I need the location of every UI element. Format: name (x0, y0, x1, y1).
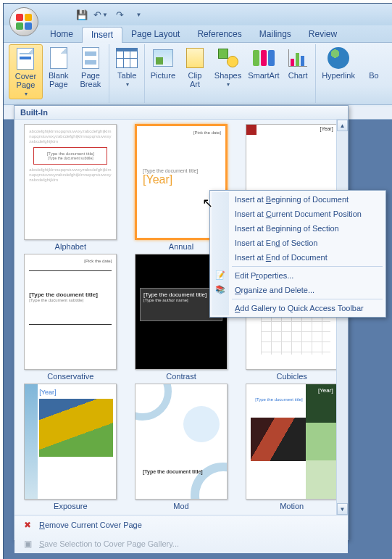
chart-button[interactable]: Chart (283, 44, 313, 81)
thumb-title-box: [Type the document title] [Type the docu… (33, 147, 107, 165)
hyperlink-button[interactable]: Hyperlink (318, 44, 359, 81)
thumb-label: Contrast (166, 372, 196, 381)
tab-review[interactable]: Review (300, 27, 346, 42)
thumb-title: [Type the document title] (255, 397, 302, 402)
thumb-date: [Pick the date] (29, 259, 112, 263)
remove-icon: ✖ (22, 519, 33, 531)
thumb-label: Alphabet (55, 242, 86, 251)
thumb-image-placeholder (39, 399, 113, 457)
chevron-down-icon: ▾ (25, 91, 28, 97)
ribbon-group-links: Hyperlink Bo (316, 44, 391, 103)
clip-art-button[interactable]: Clip Art (179, 44, 212, 90)
chevron-down-icon: ▾ (227, 81, 230, 88)
thumb-title-band: [Type the document title] [Year] (143, 168, 220, 186)
gallery-item-motion[interactable]: [Year] [Type the document title] Motion (238, 384, 345, 510)
thumb-title: [Type the document title] (29, 291, 112, 298)
thumb-label: Exposure (54, 502, 87, 510)
tab-insert[interactable]: Insert (82, 27, 122, 43)
properties-icon: 📝 (215, 270, 227, 282)
blank-page-button[interactable]: Blank Page (43, 44, 75, 90)
thumb-label: Mod (173, 502, 188, 510)
save-icon: ▣ (22, 538, 33, 550)
shapes-button[interactable]: Shapes▾ (211, 44, 244, 89)
circle-icon (191, 463, 228, 500)
thumb-title: [Type the document title] (143, 469, 203, 474)
button-label: Blank Page (46, 71, 71, 88)
ribbon: Cover Page▾ Blank Page Page Break Table▾… (4, 43, 392, 105)
ribbon-group-pages: Cover Page▾ Blank Page Page Break (7, 44, 109, 103)
redo-icon: ↷ (116, 9, 124, 20)
button-label: Bo (369, 71, 378, 80)
redo-button[interactable]: ↷ (112, 7, 127, 22)
thumb-image-placeholder (251, 418, 306, 461)
chevron-down-icon: ▼ (102, 12, 108, 18)
table-icon (116, 48, 138, 68)
gallery-item-alphabet[interactable]: abcdefghijklmnopqrstuvwxyzabcdefghijklmn… (17, 124, 124, 251)
undo-button[interactable]: ↶▼ (93, 7, 108, 22)
qat-customize-button[interactable]: ▼ (131, 7, 146, 22)
ctx-edit-properties[interactable]: 📝 Edit Properties... (212, 268, 384, 283)
scroll-down-button[interactable]: ▼ (337, 503, 348, 515)
ctx-organize-delete[interactable]: 📚 Organize and Delete... (212, 283, 384, 297)
table-button[interactable]: Table▾ (112, 44, 142, 89)
button-label: Cover Page (13, 72, 38, 89)
gallery-footer: ✖ RRemove Current Cover Pageemove Curren… (14, 515, 348, 553)
clip-art-icon (186, 48, 204, 68)
quick-access-toolbar: 💾 ↶▼ ↷ ▼ (75, 7, 146, 22)
thumb-filler-text: abcdefghijklmnopqrstuvwxyzabcdefghijklmn… (29, 129, 112, 144)
ribbon-tabs: Home Insert Page Layout References Maili… (4, 25, 392, 43)
button-label: Page Break (78, 71, 104, 88)
smartart-button[interactable]: SmartArt (245, 44, 283, 81)
cover-page-gallery: Built-In abcdefghijklmnopqrstuvwxyzabcde… (14, 105, 349, 540)
thumb-sidebars (306, 384, 338, 499)
office-button[interactable] (9, 7, 38, 36)
titlebar: 💾 ↶▼ ↷ ▼ (4, 4, 392, 25)
button-label: Clip Art (183, 71, 208, 88)
ctx-insert-end-doc[interactable]: Insert at End of Document (212, 250, 384, 265)
tab-mailings[interactable]: Mailings (251, 27, 300, 42)
ctx-insert-current-pos[interactable]: Insert at Current Document Position (212, 207, 384, 221)
button-label: Shapes (214, 71, 241, 80)
button-label: Hyperlink (322, 71, 355, 80)
organize-icon: 📚 (215, 285, 227, 297)
button-label: Chart (288, 71, 308, 80)
ctx-insert-beginning-doc[interactable]: Insert at Beginning of Document (212, 192, 384, 207)
save-icon: 💾 (76, 9, 88, 20)
page-break-button[interactable]: Page Break (75, 44, 107, 90)
ctx-add-to-qat[interactable]: Add Gallery to Quick Access Toolbar (212, 301, 384, 315)
bookmark-button-partial[interactable]: Bo (359, 44, 389, 81)
thumb-year: [Year] (318, 387, 333, 394)
button-label: Picture (151, 71, 175, 80)
shapes-icon (218, 49, 238, 67)
thumb-subtitle: [Type the document subtitle] (29, 298, 112, 302)
globe-icon (328, 47, 349, 69)
ctx-insert-end-section[interactable]: Insert at End of Section (212, 236, 384, 250)
ctx-insert-beginning-section[interactable]: Insert at Beginning of Section (212, 221, 384, 236)
picture-button[interactable]: Picture (147, 44, 178, 81)
gallery-item-exposure[interactable]: [Year] Exposure (17, 384, 124, 510)
tab-page-layout[interactable]: Page Layout (122, 27, 188, 42)
thumb-label: Motion (280, 502, 304, 510)
thumb-label: Cubicles (277, 372, 307, 381)
chevron-down-icon: ▾ (126, 81, 129, 88)
button-label: Table (117, 71, 136, 80)
ribbon-group-tables: Table▾ (109, 44, 145, 103)
tab-references[interactable]: References (188, 27, 250, 42)
remove-cover-page-button[interactable]: ✖ RRemove Current Cover Pageemove Curren… (14, 515, 348, 534)
accent-bar (246, 125, 257, 135)
chart-icon (288, 49, 307, 67)
save-button[interactable]: 💾 (75, 7, 89, 22)
context-menu: Insert at Beginning of Document Insert a… (209, 190, 386, 318)
cover-page-icon (17, 48, 34, 70)
scroll-up-button[interactable]: ▲ (337, 120, 348, 131)
tab-home[interactable]: Home (41, 27, 82, 42)
gallery-item-conservative[interactable]: [Pick the date] [Type the document title… (17, 254, 124, 381)
gallery-item-mod[interactable]: [Type the document title] Mod (128, 384, 235, 510)
blank-page-icon (50, 47, 67, 69)
chevron-down-icon: ▼ (136, 12, 142, 18)
word-window: 💾 ↶▼ ↷ ▼ Home Insert Page Layout Referen… (3, 3, 392, 559)
thumb-date: [Pick the date] (141, 131, 221, 135)
cover-page-button[interactable]: Cover Page▾ (9, 44, 43, 99)
circle-icon (183, 406, 220, 442)
smartart-icon (253, 50, 275, 66)
